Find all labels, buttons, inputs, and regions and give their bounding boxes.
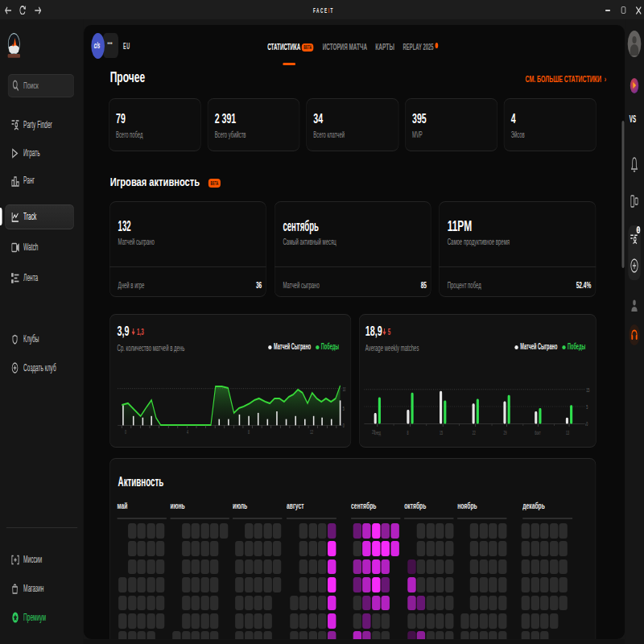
svg-text:5: 5: [343, 406, 345, 412]
svg-text:0: 0: [586, 421, 588, 427]
svg-text:0: 0: [343, 423, 345, 428]
svg-text:10: 10: [343, 386, 346, 393]
svg-text:5: 5: [586, 404, 588, 411]
svg-text:15: 15: [586, 387, 589, 394]
